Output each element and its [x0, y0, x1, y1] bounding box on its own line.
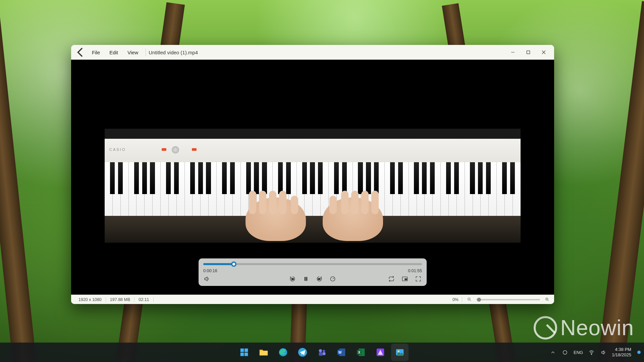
zoom-value: 0% [452, 297, 459, 302]
affinity-button[interactable] [372, 344, 389, 361]
sound-button[interactable] [600, 349, 607, 356]
volume-button[interactable] [203, 275, 211, 283]
svg-rect-10 [240, 349, 244, 352]
svg-point-30 [591, 354, 592, 355]
window-controls [505, 45, 551, 60]
svg-text:10: 10 [291, 278, 294, 280]
piano-floor [105, 216, 521, 243]
fullscreen-icon [415, 276, 422, 282]
skip-forward-button[interactable]: 30 [316, 275, 323, 283]
zoom-slider[interactable] [476, 299, 540, 300]
playback-speed-button[interactable] [329, 275, 336, 283]
zoom-in-button[interactable] [543, 296, 551, 303]
speaker-icon [204, 276, 210, 282]
piano-white-keys [105, 162, 521, 216]
zoom-in-icon [545, 297, 550, 302]
close-button[interactable] [536, 45, 551, 60]
teams-icon [317, 347, 327, 357]
svg-rect-19 [323, 352, 325, 355]
tray-time: 4:38 PM [612, 347, 631, 352]
tray-date: 1/18/2025 [612, 352, 631, 358]
start-button[interactable] [236, 344, 253, 361]
svg-rect-3 [306, 277, 307, 281]
affinity-icon [375, 347, 385, 357]
notification-indicator[interactable] [637, 351, 641, 354]
file-explorer-button[interactable] [255, 344, 272, 361]
pause-icon [303, 276, 309, 282]
seek-progress [203, 263, 234, 265]
wallpaper-tree [0, 1, 36, 362]
wifi-button[interactable] [588, 349, 595, 356]
tray-app-icon[interactable] [561, 349, 569, 356]
piano-brand: CASIO [109, 147, 126, 152]
svg-rect-2 [305, 277, 306, 281]
word-button[interactable]: W [333, 344, 350, 361]
menu-edit[interactable]: Edit [105, 45, 123, 60]
svg-point-16 [319, 349, 322, 352]
zoom-thumb[interactable] [477, 298, 481, 302]
time-row: 0:00:16 0:01:55 [203, 268, 422, 273]
clock[interactable]: 4:38 PM 1/18/2025 [612, 347, 631, 358]
titlebar: File Edit View Untitled video (1).mp4 [71, 45, 554, 60]
svg-text:X: X [358, 351, 361, 354]
back-button[interactable] [74, 46, 87, 59]
window-title: Untitled video (1).mp4 [149, 50, 198, 55]
zoom-out-button[interactable] [466, 296, 473, 303]
language-indicator[interactable]: ENG [574, 350, 583, 355]
maximize-button[interactable] [521, 45, 536, 60]
menu-bar: File Edit View [87, 45, 143, 60]
chevron-up-icon [550, 350, 556, 355]
piano-led [162, 148, 166, 151]
tray-overflow-button[interactable] [549, 349, 557, 356]
zoom-out-icon [467, 297, 472, 302]
elapsed-time: 0:00:16 [203, 268, 217, 273]
folder-icon [259, 347, 269, 357]
svg-text:30: 30 [318, 278, 321, 280]
left-hand [246, 197, 306, 241]
svg-rect-0 [527, 51, 530, 54]
seek-bar[interactable] [203, 263, 422, 265]
svg-point-17 [323, 350, 325, 353]
speaker-icon [601, 350, 606, 355]
svg-rect-13 [245, 353, 248, 356]
svg-text:W: W [338, 351, 342, 354]
skip-forward-icon: 30 [316, 276, 323, 282]
status-filesize: 197.88 MB [106, 297, 135, 302]
right-hand [323, 197, 383, 241]
skip-back-icon: 10 [289, 276, 296, 282]
repeat-button[interactable] [388, 275, 395, 283]
pause-button[interactable] [302, 275, 310, 283]
mini-player-button[interactable] [401, 275, 409, 283]
system-tray: ENG 4:38 PM 1/18/2025 [549, 343, 641, 362]
skip-back-button[interactable]: 10 [289, 275, 296, 283]
fullscreen-button[interactable] [415, 275, 422, 283]
photos-button[interactable] [391, 344, 408, 361]
piano-led [192, 148, 197, 151]
menu-file[interactable]: File [87, 45, 105, 60]
media-player-window: File Edit View Untitled video (1).mp4 CA… [71, 45, 554, 304]
speed-gauge-icon [329, 276, 336, 282]
minimize-button[interactable] [505, 45, 521, 60]
zoom-controls: 0% [452, 296, 551, 303]
status-duration: 02:11 [135, 297, 153, 302]
menu-view[interactable]: View [123, 45, 143, 60]
maximize-icon [526, 50, 530, 54]
edge-button[interactable] [275, 344, 291, 361]
watermark-text: Neowin [560, 315, 634, 340]
svg-rect-11 [245, 349, 248, 352]
video-content-piano: CASIO [105, 129, 521, 243]
video-viewport[interactable]: CASIO [71, 60, 554, 295]
teams-button[interactable] [314, 344, 330, 361]
seek-thumb[interactable] [231, 261, 236, 267]
svg-point-29 [563, 350, 567, 354]
titlebar-divider [146, 49, 146, 56]
neowin-watermark: Neowin [534, 315, 634, 340]
neowin-logo-icon [534, 316, 557, 340]
telegram-button[interactable] [294, 344, 311, 361]
excel-button[interactable]: X [353, 344, 369, 361]
photos-icon [395, 347, 405, 357]
svg-point-28 [397, 350, 399, 352]
piano-body: CASIO [105, 139, 521, 162]
windows-icon [239, 347, 249, 357]
status-bar: 644 x 362 197.88 MB 02:11 0% [71, 295, 554, 304]
